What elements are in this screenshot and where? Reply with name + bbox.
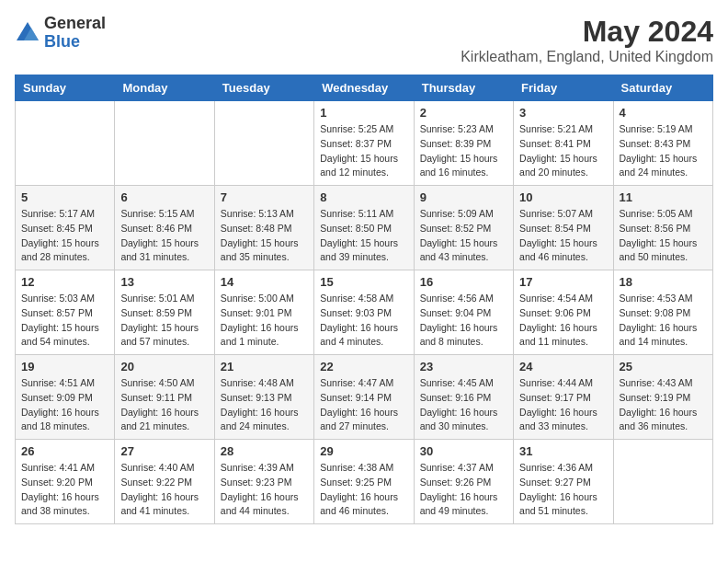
- day-info: Sunrise: 5:01 AMSunset: 8:59 PMDaylight:…: [120, 292, 208, 350]
- day-info: Sunrise: 4:37 AMSunset: 9:26 PMDaylight:…: [420, 461, 507, 519]
- day-info: Sunrise: 4:40 AMSunset: 9:22 PMDaylight:…: [120, 461, 208, 519]
- day-cell: 20Sunrise: 4:50 AMSunset: 9:11 PMDayligh…: [115, 355, 214, 440]
- day-info: Sunrise: 4:36 AMSunset: 9:27 PMDaylight:…: [519, 461, 607, 519]
- header-cell-friday: Friday: [514, 75, 613, 101]
- day-info: Sunrise: 4:58 AMSunset: 9:03 PMDaylight:…: [320, 292, 407, 350]
- month-title: May 2024: [461, 15, 713, 49]
- day-info: Sunrise: 5:17 AMSunset: 8:45 PMDaylight:…: [21, 207, 108, 265]
- day-cell: 29Sunrise: 4:38 AMSunset: 9:25 PMDayligh…: [314, 440, 414, 524]
- day-number: 26: [21, 444, 108, 458]
- day-info: Sunrise: 4:50 AMSunset: 9:11 PMDaylight:…: [120, 376, 208, 434]
- day-info: Sunrise: 4:41 AMSunset: 9:20 PMDaylight:…: [21, 461, 108, 519]
- day-number: 7: [221, 190, 308, 204]
- day-cell: 27Sunrise: 4:40 AMSunset: 9:22 PMDayligh…: [115, 440, 214, 524]
- day-cell: 31Sunrise: 4:36 AMSunset: 9:27 PMDayligh…: [514, 440, 613, 524]
- day-cell: [214, 101, 313, 186]
- day-info: Sunrise: 5:21 AMSunset: 8:41 PMDaylight:…: [519, 122, 607, 180]
- day-number: 24: [519, 360, 607, 373]
- day-info: Sunrise: 5:09 AMSunset: 8:52 PMDaylight:…: [420, 207, 507, 265]
- day-info: Sunrise: 5:11 AMSunset: 8:50 PMDaylight:…: [320, 207, 407, 265]
- day-cell: 15Sunrise: 4:58 AMSunset: 9:03 PMDayligh…: [314, 270, 414, 355]
- day-cell: [115, 101, 214, 186]
- title-area: May 2024 Kirkleatham, England, United Ki…: [461, 15, 713, 65]
- header-cell-monday: Monday: [115, 75, 214, 101]
- day-cell: 5Sunrise: 5:17 AMSunset: 8:45 PMDaylight…: [16, 186, 115, 270]
- day-cell: 17Sunrise: 4:54 AMSunset: 9:06 PMDayligh…: [514, 270, 613, 355]
- day-cell: 25Sunrise: 4:43 AMSunset: 9:19 PMDayligh…: [613, 355, 712, 440]
- calendar-table: SundayMondayTuesdayWednesdayThursdayFrid…: [15, 75, 713, 524]
- day-cell: 26Sunrise: 4:41 AMSunset: 9:20 PMDayligh…: [16, 440, 115, 524]
- day-info: Sunrise: 4:38 AMSunset: 9:25 PMDaylight:…: [320, 461, 407, 519]
- day-number: 6: [120, 190, 208, 204]
- day-number: 21: [221, 360, 308, 373]
- day-number: 22: [320, 360, 407, 373]
- day-info: Sunrise: 4:44 AMSunset: 9:17 PMDaylight:…: [519, 376, 607, 434]
- day-number: 20: [120, 360, 208, 373]
- day-info: Sunrise: 4:56 AMSunset: 9:04 PMDaylight:…: [420, 292, 507, 350]
- day-cell: 6Sunrise: 5:15 AMSunset: 8:46 PMDaylight…: [115, 186, 214, 270]
- day-cell: [16, 101, 115, 186]
- day-info: Sunrise: 5:13 AMSunset: 8:48 PMDaylight:…: [221, 207, 308, 265]
- week-row-5: 26Sunrise: 4:41 AMSunset: 9:20 PMDayligh…: [16, 440, 713, 524]
- day-info: Sunrise: 5:25 AMSunset: 8:37 PMDaylight:…: [320, 122, 407, 180]
- day-info: Sunrise: 4:48 AMSunset: 9:13 PMDaylight:…: [221, 376, 308, 434]
- day-cell: [613, 440, 712, 524]
- day-number: 2: [420, 106, 507, 120]
- day-number: 16: [420, 275, 507, 289]
- header-cell-saturday: Saturday: [613, 75, 712, 101]
- day-info: Sunrise: 4:54 AMSunset: 9:06 PMDaylight:…: [519, 292, 607, 350]
- day-info: Sunrise: 4:45 AMSunset: 9:16 PMDaylight:…: [420, 376, 507, 434]
- day-cell: 22Sunrise: 4:47 AMSunset: 9:14 PMDayligh…: [314, 355, 414, 440]
- day-info: Sunrise: 5:07 AMSunset: 8:54 PMDaylight:…: [519, 207, 607, 265]
- day-cell: 30Sunrise: 4:37 AMSunset: 9:26 PMDayligh…: [414, 440, 513, 524]
- day-info: Sunrise: 5:23 AMSunset: 8:39 PMDaylight:…: [420, 122, 507, 180]
- day-number: 8: [320, 190, 407, 204]
- day-number: 14: [221, 275, 308, 289]
- day-number: 15: [320, 275, 407, 289]
- page-header: General Blue May 2024 Kirkleatham, Engla…: [15, 15, 713, 65]
- location-title: Kirkleatham, England, United Kingdom: [461, 49, 713, 65]
- logo-general-text: General: [44, 15, 106, 33]
- header-cell-tuesday: Tuesday: [214, 75, 313, 101]
- day-number: 31: [519, 444, 607, 458]
- day-cell: 19Sunrise: 4:51 AMSunset: 9:09 PMDayligh…: [16, 355, 115, 440]
- day-cell: 23Sunrise: 4:45 AMSunset: 9:16 PMDayligh…: [414, 355, 513, 440]
- header-cell-thursday: Thursday: [414, 75, 513, 101]
- day-cell: 2Sunrise: 5:23 AMSunset: 8:39 PMDaylight…: [414, 101, 513, 186]
- day-info: Sunrise: 5:03 AMSunset: 8:57 PMDaylight:…: [21, 292, 108, 350]
- header-cell-wednesday: Wednesday: [314, 75, 414, 101]
- day-cell: 16Sunrise: 4:56 AMSunset: 9:04 PMDayligh…: [414, 270, 513, 355]
- day-info: Sunrise: 4:53 AMSunset: 9:08 PMDaylight:…: [620, 292, 707, 350]
- day-cell: 8Sunrise: 5:11 AMSunset: 8:50 PMDaylight…: [314, 186, 414, 270]
- week-row-1: 1Sunrise: 5:25 AMSunset: 8:37 PMDaylight…: [16, 101, 713, 186]
- day-cell: 24Sunrise: 4:44 AMSunset: 9:17 PMDayligh…: [514, 355, 613, 440]
- week-row-3: 12Sunrise: 5:03 AMSunset: 8:57 PMDayligh…: [16, 270, 713, 355]
- day-cell: 18Sunrise: 4:53 AMSunset: 9:08 PMDayligh…: [613, 270, 712, 355]
- day-number: 28: [221, 444, 308, 458]
- day-info: Sunrise: 4:43 AMSunset: 9:19 PMDaylight:…: [620, 376, 707, 434]
- day-cell: 21Sunrise: 4:48 AMSunset: 9:13 PMDayligh…: [214, 355, 313, 440]
- day-cell: 10Sunrise: 5:07 AMSunset: 8:54 PMDayligh…: [514, 186, 613, 270]
- day-number: 17: [519, 275, 607, 289]
- day-cell: 4Sunrise: 5:19 AMSunset: 8:43 PMDaylight…: [613, 101, 712, 186]
- day-info: Sunrise: 4:39 AMSunset: 9:23 PMDaylight:…: [221, 461, 308, 519]
- day-number: 10: [519, 190, 607, 204]
- day-number: 9: [420, 190, 507, 204]
- day-info: Sunrise: 5:15 AMSunset: 8:46 PMDaylight:…: [120, 207, 208, 265]
- day-cell: 1Sunrise: 5:25 AMSunset: 8:37 PMDaylight…: [314, 101, 414, 186]
- day-cell: 9Sunrise: 5:09 AMSunset: 8:52 PMDaylight…: [414, 186, 513, 270]
- day-cell: 13Sunrise: 5:01 AMSunset: 8:59 PMDayligh…: [115, 270, 214, 355]
- header-row: SundayMondayTuesdayWednesdayThursdayFrid…: [16, 75, 713, 101]
- day-cell: 12Sunrise: 5:03 AMSunset: 8:57 PMDayligh…: [16, 270, 115, 355]
- day-cell: 7Sunrise: 5:13 AMSunset: 8:48 PMDaylight…: [214, 186, 313, 270]
- day-info: Sunrise: 5:00 AMSunset: 9:01 PMDaylight:…: [221, 292, 308, 350]
- day-info: Sunrise: 4:47 AMSunset: 9:14 PMDaylight:…: [320, 376, 407, 434]
- day-cell: 14Sunrise: 5:00 AMSunset: 9:01 PMDayligh…: [214, 270, 313, 355]
- day-info: Sunrise: 4:51 AMSunset: 9:09 PMDaylight:…: [21, 376, 108, 434]
- day-number: 1: [320, 106, 407, 120]
- logo-text: General Blue: [44, 15, 106, 52]
- header-cell-sunday: Sunday: [16, 75, 115, 101]
- logo-blue-text: Blue: [44, 33, 106, 52]
- day-number: 27: [120, 444, 208, 458]
- day-number: 19: [21, 360, 108, 373]
